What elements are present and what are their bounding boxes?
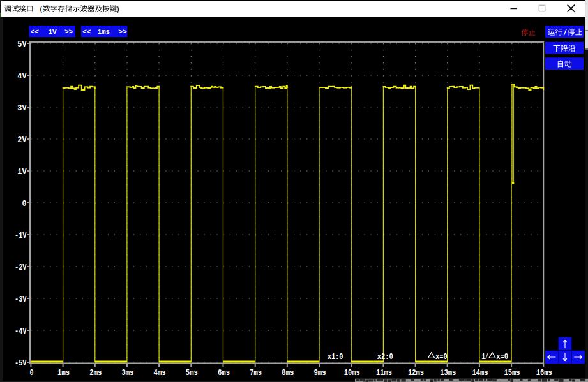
svg-text:15ms: 15ms (504, 368, 520, 378)
svg-text:<<1V>>: <<1V>> (31, 28, 73, 36)
svg-text:x=0: x=0 (435, 353, 448, 362)
svg-text:13ms: 13ms (440, 368, 456, 378)
svg-text:10ms: 10ms (344, 368, 360, 378)
svg-text:4ms: 4ms (154, 368, 166, 378)
svg-text:0: 0 (22, 199, 27, 209)
svg-text:4V: 4V (17, 71, 27, 81)
svg-text:): ) (117, 4, 119, 13)
svg-text:x=0: x=0 (496, 353, 508, 362)
svg-text:7ms: 7ms (250, 368, 262, 378)
svg-text:9ms: 9ms (314, 368, 326, 378)
svg-text:1ms: 1ms (57, 368, 70, 378)
svg-text:16ms: 16ms (536, 368, 552, 378)
svg-text:<<1ms>>: <<1ms>> (82, 28, 127, 36)
svg-text:2V: 2V (17, 135, 27, 145)
svg-text:8ms: 8ms (282, 368, 294, 378)
svg-text:5ms: 5ms (186, 368, 198, 378)
svg-text:12ms: 12ms (408, 368, 424, 378)
svg-text:14ms: 14ms (472, 368, 488, 378)
svg-text:5V: 5V (17, 40, 27, 49)
svg-text:0: 0 (29, 368, 33, 378)
svg-text:-2V: -2V (15, 263, 27, 272)
svg-text:6ms: 6ms (218, 368, 230, 378)
svg-text:2ms: 2ms (89, 368, 102, 378)
svg-text:1V: 1V (17, 167, 27, 177)
svg-text:x2:0: x2:0 (377, 353, 393, 362)
svg-text:-1V: -1V (15, 231, 27, 240)
svg-text:-4V: -4V (15, 327, 27, 336)
svg-text:(: ( (40, 4, 43, 13)
svg-text:11ms: 11ms (376, 368, 392, 378)
svg-text:3ms: 3ms (121, 368, 133, 378)
svg-text:3V: 3V (17, 103, 27, 113)
svg-text:x1:0: x1:0 (328, 353, 343, 362)
svg-text:1/: 1/ (482, 353, 489, 362)
svg-text:-5V: -5V (15, 358, 27, 368)
svg-text:-3V: -3V (15, 295, 27, 304)
